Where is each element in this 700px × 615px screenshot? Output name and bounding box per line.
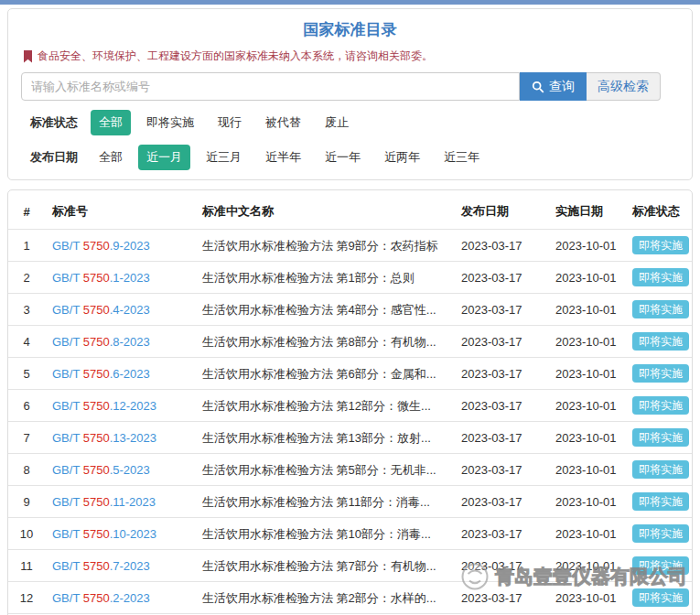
col-header-code: 标准号	[45, 190, 195, 230]
publish-date: 2023-03-17	[454, 294, 548, 326]
filter-option-近一月[interactable]: 近一月	[138, 145, 190, 170]
implement-date: 2023-10-01	[548, 390, 625, 422]
standards-table-panel: # 标准号 标准中文名称 发布日期 实施日期 标准状态 1 GB/T 5750.…	[7, 189, 693, 615]
standard-code-link[interactable]: GB/T 5750.1-2023	[52, 271, 150, 285]
status-badge: 即将实施	[632, 460, 689, 479]
row-index: 12	[8, 582, 45, 614]
table-row: 12 GB/T 5750.2-2023 生活饮用水标准检验方法 第2部分：水样的…	[8, 582, 692, 614]
standard-code-highlight: 5750	[83, 271, 110, 285]
filter-option-即将实施[interactable]: 即将实施	[138, 110, 202, 135]
standard-code-highlight: 5750	[83, 463, 110, 477]
publish-date: 2023-03-17	[454, 422, 548, 454]
standard-code-link[interactable]: GB/T 5750.2-2023	[52, 591, 150, 605]
standard-code-link[interactable]: GB/T 5750.4-2023	[52, 303, 150, 317]
standard-code-suffix: .9-2023	[110, 239, 150, 253]
notice-text: 食品安全、环境保护、工程建设方面的国家标准未纳入本系统，请咨询相关部委。	[38, 49, 433, 64]
standard-code-suffix: .1-2023	[110, 271, 150, 285]
standard-code-suffix: .6-2023	[110, 367, 150, 381]
status-badge: 即将实施	[632, 396, 689, 415]
standard-name: 生活饮用水标准检验方法 第6部分：金属和...	[195, 358, 454, 390]
table-row: 8 GB/T 5750.5-2023 生活饮用水标准检验方法 第5部分：无机非.…	[8, 454, 692, 486]
row-index: 1	[8, 230, 45, 262]
filter-option-全部[interactable]: 全部	[91, 145, 131, 170]
query-button[interactable]: 查询	[520, 72, 587, 101]
publish-date: 2023-03-17	[454, 486, 548, 518]
implement-date: 2023-10-01	[548, 294, 625, 326]
standard-code-link[interactable]: GB/T 5750.10-2023	[52, 527, 156, 541]
col-header-implement-date: 实施日期	[548, 190, 625, 230]
implement-date: 2023-10-01	[548, 262, 625, 294]
row-index: 2	[8, 262, 45, 294]
standard-code-suffix: .8-2023	[110, 335, 150, 349]
status-badge: 即将实施	[632, 428, 689, 447]
filter-option-近一年[interactable]: 近一年	[317, 145, 369, 170]
col-header-publish-date: 发布日期	[454, 190, 548, 230]
standard-name: 生活饮用水标准检验方法 第5部分：无机非...	[195, 454, 454, 486]
status-badge: 即将实施	[632, 300, 689, 318]
table-row: 5 GB/T 5750.6-2023 生活饮用水标准检验方法 第6部分：金属和.…	[8, 358, 692, 390]
standard-code-highlight: 5750	[83, 431, 110, 445]
search-bar: 查询 高级检索	[21, 72, 679, 101]
row-index: 7	[8, 422, 45, 454]
table-row: 10 GB/T 5750.10-2023 生活饮用水标准检验方法 第10部分：消…	[8, 518, 692, 550]
standard-code-link[interactable]: GB/T 5750.11-2023	[52, 495, 156, 509]
standard-code-link[interactable]: GB/T 5750.13-2023	[52, 431, 156, 445]
filter-option-近半年[interactable]: 近半年	[257, 145, 309, 170]
standard-code-highlight: 5750	[83, 591, 110, 605]
table-row: 4 GB/T 5750.8-2023 生活饮用水标准检验方法 第8部分：有机物.…	[8, 326, 692, 358]
standard-code-link[interactable]: GB/T 5750.9-2023	[52, 239, 150, 253]
standard-code-highlight: 5750	[83, 335, 110, 349]
filter-option-近三年[interactable]: 近三年	[436, 145, 488, 170]
standard-name: 生活饮用水标准检验方法 第8部分：有机物...	[195, 326, 454, 358]
publish-date: 2023-03-17	[454, 454, 548, 486]
status-badge: 即将实施	[632, 524, 689, 543]
search-icon	[532, 81, 544, 93]
standard-code-highlight: 5750	[83, 559, 110, 573]
standard-name: 生活饮用水标准检验方法 第7部分：有机物...	[195, 550, 454, 582]
page-title: 国家标准目录	[21, 16, 679, 47]
row-index: 10	[8, 518, 45, 550]
standard-code-prefix: GB/T	[52, 527, 83, 541]
row-index: 11	[8, 550, 45, 582]
standard-code-prefix: GB/T	[52, 335, 83, 349]
col-header-index: #	[8, 190, 45, 230]
standard-code-highlight: 5750	[83, 527, 110, 541]
standard-code-link[interactable]: GB/T 5750.8-2023	[52, 335, 150, 349]
filter-option-全部[interactable]: 全部	[91, 110, 131, 135]
table-row: 6 GB/T 5750.12-2023 生活饮用水标准检验方法 第12部分：微生…	[8, 390, 692, 422]
standard-name: 生活饮用水标准检验方法 第9部分：农药指标	[195, 230, 454, 262]
standard-name: 生活饮用水标准检验方法 第4部分：感官性...	[195, 294, 454, 326]
implement-date: 2023-10-01	[548, 582, 625, 614]
row-index: 8	[8, 454, 45, 486]
standard-code-prefix: GB/T	[52, 463, 83, 477]
query-button-label: 查询	[549, 79, 575, 95]
status-badge: 即将实施	[632, 332, 689, 351]
notice: 食品安全、环境保护、工程建设方面的国家标准未纳入本系统，请咨询相关部委。	[23, 49, 679, 64]
filter-option-近三月[interactable]: 近三月	[198, 145, 250, 170]
publish-date: 2023-03-17	[454, 582, 548, 614]
search-input[interactable]	[21, 72, 520, 101]
publish-date: 2023-03-17	[454, 326, 548, 358]
standard-code-link[interactable]: GB/T 5750.12-2023	[52, 399, 156, 413]
implement-date: 2023-10-01	[548, 230, 625, 262]
row-index: 9	[8, 486, 45, 518]
table-row: 1 GB/T 5750.9-2023 生活饮用水标准检验方法 第9部分：农药指标…	[8, 230, 692, 262]
filter-option-现行[interactable]: 现行	[210, 110, 250, 135]
standard-code-suffix: .7-2023	[110, 559, 150, 573]
standard-name: 生活饮用水标准检验方法 第10部分：消毒...	[195, 518, 454, 550]
standard-code-prefix: GB/T	[52, 495, 83, 509]
advanced-search-button[interactable]: 高级检索	[587, 72, 661, 101]
filter-option-被代替[interactable]: 被代替	[257, 110, 309, 135]
implement-date: 2023-10-01	[548, 326, 625, 358]
filter-option-近两年[interactable]: 近两年	[376, 145, 428, 170]
publish-date: 2023-03-17	[454, 230, 548, 262]
table-row: 9 GB/T 5750.11-2023 生活饮用水标准检验方法 第11部分：消毒…	[8, 486, 692, 518]
standard-code-link[interactable]: GB/T 5750.6-2023	[52, 367, 150, 381]
bookmark-icon	[23, 50, 33, 63]
date-filter-row: 发布日期 全部近一月近三月近半年近一年近两年近三年	[21, 145, 679, 170]
standard-code-link[interactable]: GB/T 5750.7-2023	[52, 559, 150, 573]
standard-code-link[interactable]: GB/T 5750.5-2023	[52, 463, 150, 477]
standard-name: 生活饮用水标准检验方法 第2部分：水样的...	[195, 582, 454, 614]
publish-date: 2023-03-17	[454, 550, 548, 582]
filter-option-废止[interactable]: 废止	[317, 110, 357, 135]
